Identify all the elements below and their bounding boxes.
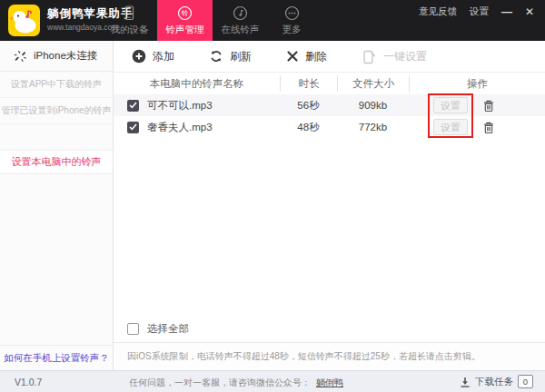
toolbar: 添加 刷新 删除 <box>114 41 545 73</box>
delete-x-icon <box>286 50 299 63</box>
cell-name: 奢香夫人.mp3 <box>114 121 280 134</box>
header-duration: 时长 <box>280 75 337 92</box>
sidebar-item-app-ringtones[interactable]: 设置APP中下载的铃声 <box>0 72 113 98</box>
ringtone-duration: 56秒 <box>280 99 337 113</box>
tab-ringtone-manage[interactable]: 铃 铃声管理 <box>157 0 213 41</box>
tab-label: 铃声管理 <box>166 24 204 36</box>
set-ringtone-button[interactable]: 设置 <box>433 119 468 135</box>
trash-icon[interactable] <box>483 122 494 133</box>
ringtone-name: 可不可以.mp3 <box>147 99 213 113</box>
cell-actions: 设置 <box>409 119 545 135</box>
main-tabs: 我的设备 铃 铃声管理 <box>102 0 315 41</box>
version-label: V1.0.7 <box>15 377 42 387</box>
download-tasks-button[interactable]: 下载任务 0 <box>460 375 533 388</box>
download-icon <box>460 377 471 387</box>
main-content: 添加 刷新 删除 <box>114 41 545 370</box>
download-label: 下载任务 <box>475 376 513 388</box>
table-row: 奢香夫人.mp3 48秒 772kb 设置 <box>114 116 545 138</box>
ringtone-size: 909kb <box>337 100 409 111</box>
help-link-label: 如何在手机上设置铃声？ <box>4 352 109 365</box>
tab-online-ringtones[interactable]: 在线铃声 <box>213 0 268 41</box>
sidebar-item-iphone-ringtones[interactable]: 管理已设置到iPhone的铃声 <box>0 98 113 124</box>
header-size: 文件大小 <box>337 75 409 92</box>
one-key-setup-button[interactable]: 一键设置 <box>362 49 427 64</box>
statusbar: V1.0.7 任何问题，一对一客服，请咨询微信公众号： 躺倒鸭 下载任务 0 <box>0 370 545 392</box>
delete-label: 删除 <box>305 49 327 64</box>
sidebar-item-label: 管理已设置到iPhone的铃声 <box>1 104 111 117</box>
cell-actions: 设置 <box>409 97 545 113</box>
select-all-row: 选择全部 <box>127 322 189 336</box>
tab-more[interactable]: 更多 <box>268 0 315 41</box>
feedback-link[interactable]: 意见反馈 <box>419 5 457 18</box>
notice-text: 因iOS系统限制，电话铃声不得超过48秒，短信铃声不得超过25秒，若超长请点击剪… <box>127 350 481 363</box>
wechat-account-link[interactable]: 躺倒鸭 <box>316 377 343 389</box>
ringtone-size: 772kb <box>337 122 409 132</box>
phone-icon <box>122 5 137 21</box>
table-row: 可不可以.mp3 56秒 909kb 设置 <box>114 94 545 116</box>
ringtone-name: 奢香夫人.mp3 <box>147 121 213 134</box>
tab-label: 更多 <box>282 24 302 36</box>
titlebar-actions: 意见反馈 设置 — ✕ <box>419 0 534 24</box>
support-message: 任何问题，一对一客服，请咨询微信公众号： <box>129 377 311 389</box>
one-key-label: 一键设置 <box>383 49 427 64</box>
ios-limit-notice: 因iOS系统限制，电话铃声不得超过48秒，短信铃声不得超过25秒，若超长请点击剪… <box>114 342 545 370</box>
delete-button[interactable]: 删除 <box>286 49 327 64</box>
phone-setup-icon <box>362 49 377 64</box>
add-label: 添加 <box>153 49 174 64</box>
connection-label: iPhone未连接 <box>34 49 97 63</box>
trash-icon[interactable] <box>483 100 494 112</box>
row-checkbox-checked[interactable] <box>127 122 139 133</box>
app-logo-duck-icon <box>8 5 40 36</box>
select-all-checkbox[interactable] <box>127 323 139 335</box>
close-button[interactable]: ✕ <box>525 6 534 17</box>
cell-name: 可不可以.mp3 <box>114 99 280 113</box>
svg-text:铃: 铃 <box>181 9 189 17</box>
broken-link-icon <box>14 50 27 63</box>
refresh-icon <box>209 49 223 64</box>
select-all-label: 选择全部 <box>147 322 189 336</box>
add-button[interactable]: 添加 <box>132 49 174 64</box>
refresh-button[interactable]: 刷新 <box>209 49 252 64</box>
minimize-button[interactable]: — <box>501 6 512 17</box>
sidebar-item-label: 设置APP中下载的铃声 <box>11 78 102 91</box>
titlebar: 躺倒鸭苹果助手 www.tangdaoya.com 我的设备 铃 <box>0 0 545 41</box>
refresh-label: 刷新 <box>230 49 252 64</box>
header-action: 操作 <box>409 75 545 92</box>
music-icon <box>233 5 248 21</box>
table-header: 本电脑中的铃声名称 时长 文件大小 操作 <box>114 73 545 94</box>
download-count-badge: 0 <box>518 375 533 388</box>
support-text: 任何问题，一对一客服，请咨询微信公众号： 躺倒鸭 <box>129 377 343 389</box>
sidebar-connection-status: iPhone未连接 <box>0 41 113 72</box>
more-icon <box>284 5 300 21</box>
sidebar-item-label: 设置本电脑中的铃声 <box>12 155 102 169</box>
tab-my-devices[interactable]: 我的设备 <box>102 0 157 41</box>
add-icon <box>132 49 146 64</box>
app-window: 躺倒鸭苹果助手 www.tangdaoya.com 我的设备 铃 <box>0 0 545 392</box>
sidebar: iPhone未连接 设置APP中下载的铃声 管理已设置到iPhone的铃声 设置… <box>0 41 114 370</box>
ringtone-duration: 48秒 <box>280 121 337 134</box>
row-checkbox-checked[interactable] <box>127 100 139 112</box>
ringtone-icon: 铃 <box>177 5 193 21</box>
sidebar-help-link[interactable]: 如何在手机上设置铃声？ <box>0 345 113 370</box>
set-ringtone-button[interactable]: 设置 <box>433 97 468 113</box>
sidebar-item-local-ringtones-active[interactable]: 设置本电脑中的铃声 <box>0 150 113 174</box>
header-name: 本电脑中的铃声名称 <box>114 75 280 92</box>
tab-label: 在线铃声 <box>222 24 260 36</box>
settings-link[interactable]: 设置 <box>470 5 489 18</box>
tab-label: 我的设备 <box>111 24 149 36</box>
